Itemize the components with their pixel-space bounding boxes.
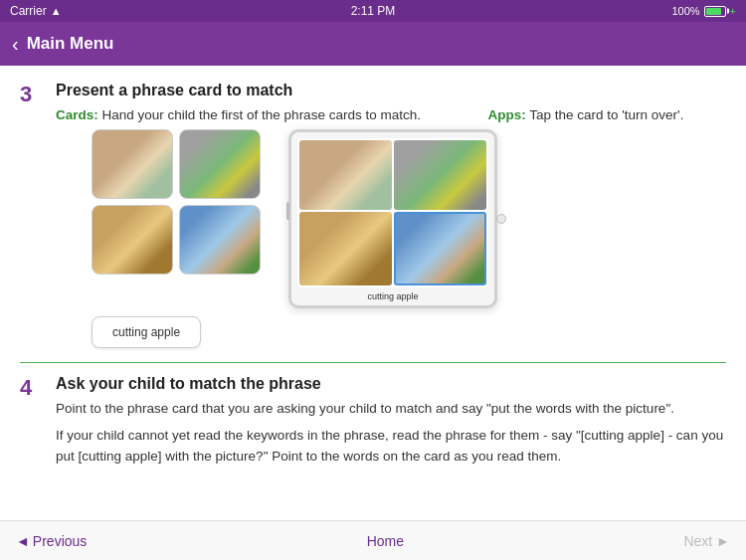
tablet-cell-baby [299,140,392,210]
step3-number: 3 [20,82,44,348]
home-button[interactable]: Home [367,533,404,549]
nav-bar: ‹ Main Menu [0,22,746,66]
home-label: Home [367,533,404,549]
status-right: 100% + [671,5,736,17]
step4-section: 4 Ask your child to match the phrase Poi… [20,375,726,473]
photo-child [179,205,261,275]
tablet-cell-child [394,212,486,285]
step4-para2: If your child cannot yet read the keywor… [56,426,726,467]
step4-title: Ask your child to match the phrase [56,375,726,393]
photo-bread [92,205,173,275]
step3-section: 3 Present a phrase card to match Cards: … [20,82,726,348]
status-time: 2:11 PM [351,4,396,18]
tablet-side-button [286,202,289,220]
apps-text: Tap the card to 'turn over'. [526,107,684,122]
phrase-card-container: cutting apple [92,316,726,348]
step3-title: Present a phrase card to match [56,82,726,99]
tablet-phrase-label: cutting apple [291,291,494,301]
cards-and-tablet: cutting apple [92,129,726,308]
wifi-icon: ▲ [51,5,62,17]
tablet-screen [297,138,488,287]
step4-para1: Point to the phrase card that you are as… [56,399,726,420]
separator [20,362,726,363]
chevron-left-icon: ‹ [12,34,19,54]
tablet-home-button [496,214,506,224]
apps-label: Apps: [487,107,525,122]
phrase-card: cutting apple [92,316,201,348]
main-content: 3 Present a phrase card to match Cards: … [0,66,746,520]
previous-label: Previous [33,533,87,549]
next-label: Next ► [683,533,730,549]
battery-percent: 100% [671,5,699,17]
next-button[interactable]: Next ► [683,533,730,549]
photo-baby [92,129,173,199]
step4-content: Ask your child to match the phrase Point… [56,375,726,473]
battery-fill [706,8,721,15]
phrase-card-label: cutting apple [112,325,180,339]
tablet-cell-apple [394,140,486,210]
tablet-mockup: cutting apple [288,129,497,308]
previous-arrow-icon: ◄ [16,533,30,549]
step3-content: Present a phrase card to match Cards: Ha… [56,82,726,348]
photo-grid [92,129,261,275]
status-bar: Carrier ▲ 2:11 PM 100% + [0,0,746,22]
status-left: Carrier ▲ [10,4,62,18]
battery-icon [704,6,726,17]
previous-button[interactable]: ◄ Previous [16,533,87,549]
carrier-label: Carrier [10,4,47,18]
back-button[interactable]: ‹ Main Menu [12,34,114,54]
charging-icon: + [730,5,736,17]
nav-title: Main Menu [27,34,114,54]
bottom-nav: ◄ Previous Home Next ► [0,520,746,560]
cards-text: Hand your child the first of the phrase … [98,107,421,122]
cards-label: Cards: [56,107,98,122]
step3-description: Cards: Hand your child the first of the … [56,105,726,125]
step4-number: 4 [20,375,44,473]
photo-apple [179,129,261,199]
tablet-cell-bread [299,212,392,285]
